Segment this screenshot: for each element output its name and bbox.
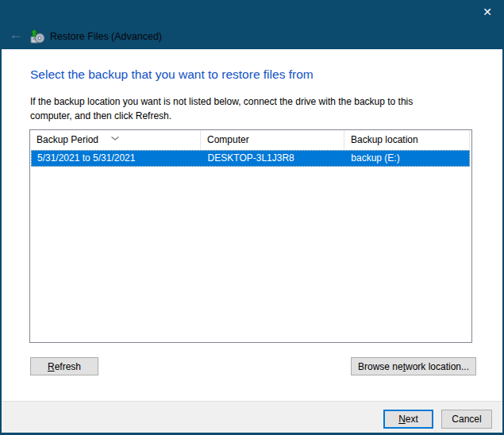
browse-label-post: work location...	[406, 361, 469, 372]
next-accel: N	[398, 414, 406, 425]
next-label: ext	[406, 414, 418, 425]
refresh-button[interactable]: Refresh	[30, 357, 98, 375]
column-header-backup-location[interactable]: Backup location	[344, 130, 470, 149]
sort-descending-icon	[110, 130, 120, 136]
column-header-computer[interactable]: Computer	[201, 130, 344, 149]
next-button[interactable]: Next	[383, 410, 433, 429]
close-icon[interactable]: ✕	[477, 3, 498, 21]
header-band: ✕ ← Restore Files (Advanced)	[0, 0, 504, 49]
back-icon[interactable]: ←	[6, 26, 25, 44]
cell-backup-location: backup (E:)	[344, 150, 470, 167]
browse-network-location-button[interactable]: Browse network location...	[351, 357, 476, 375]
page-title: Restore Files (Advanced)	[50, 31, 162, 42]
instruction-line-1: If the backup location you want is not l…	[30, 94, 413, 109]
instruction-text: If the backup location you want is not l…	[30, 94, 413, 123]
backup-list: Backup Period Computer Backup location 5…	[29, 129, 472, 343]
backup-list-header: Backup Period Computer Backup location	[30, 130, 471, 149]
instruction-line-2: computer, and then click Refresh.	[30, 109, 413, 123]
main-instruction: Select the backup that you want to resto…	[30, 67, 314, 82]
cell-computer: DESKTOP-3L1J3R8	[202, 150, 345, 167]
restore-files-icon	[29, 28, 45, 44]
backup-row-selected[interactable]: 5/31/2021 to 5/31/2021 DESKTOP-3L1J3R8 b…	[31, 150, 470, 167]
browse-label-pre: Browse ne	[358, 361, 403, 372]
refresh-label: efresh	[55, 361, 81, 372]
window-border-left	[0, 0, 2, 435]
cancel-button[interactable]: Cancel	[441, 410, 492, 429]
refresh-accel: R	[48, 361, 55, 372]
restore-files-dialog: ✕ ← Restore Files (Advanced) Select the …	[0, 0, 504, 435]
cell-backup-period: 5/31/2021 to 5/31/2021	[31, 150, 202, 167]
